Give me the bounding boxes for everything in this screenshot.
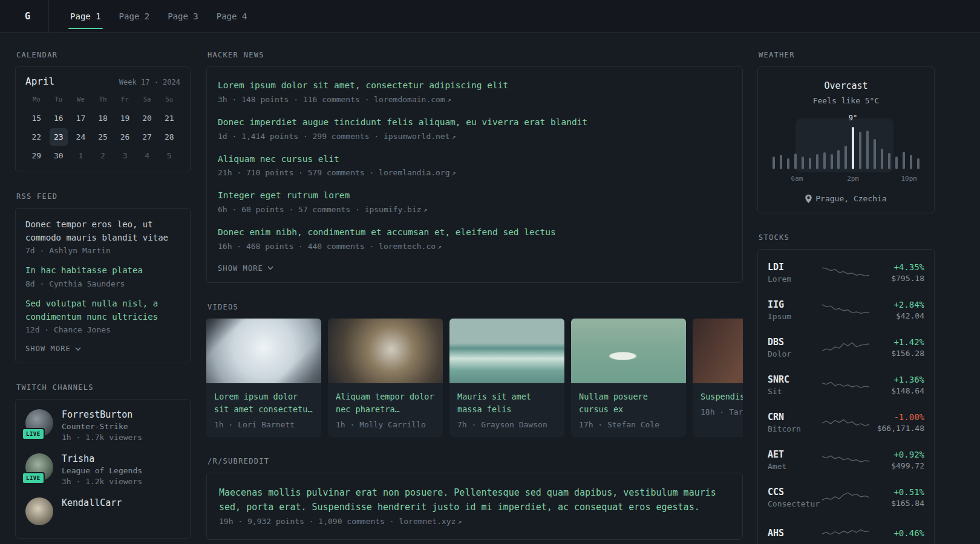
video-card[interactable]: Lorem ipsum dolor sit amet consectetu… 1…: [206, 319, 321, 437]
video-title[interactable]: Aliquam tempor dolor nec pharetra…: [328, 383, 443, 416]
subreddit-list: Maecenas mollis pulvinar erat non posuer…: [206, 473, 743, 540]
news-source-link[interactable]: loremtech.co↗: [379, 242, 442, 251]
reddit-post-meta: 19h · 9,932 points · 1,090 comments · lo…: [219, 517, 730, 526]
news-source-domain: ipsumify.biz: [365, 205, 422, 214]
news-item-title[interactable]: Donec imperdiet augue tincidunt felis al…: [218, 116, 731, 129]
rss-item-title[interactable]: Donec tempor eros leo, ut commodo mauris…: [25, 218, 180, 244]
calendar-day[interactable]: 25: [94, 128, 112, 146]
show-more-label: SHOW MORE: [25, 345, 71, 353]
video-thumbnail[interactable]: [449, 319, 564, 383]
video-title[interactable]: Suspendisse diam: [693, 383, 743, 403]
weather-bar: [831, 154, 833, 169]
rss-item[interactable]: Sed volutpat nulla nisl, a condimentum n…: [25, 297, 180, 334]
news-item-title[interactable]: Integer eget rutrum lorem: [218, 189, 731, 202]
news-source-domain: loremlandia.org: [379, 168, 449, 177]
video-card[interactable]: Mauris sit amet massa felis 7h · Grayson…: [449, 319, 564, 437]
news-source-link[interactable]: loremdomain.com↗: [374, 95, 451, 104]
calendar-day[interactable]: 15: [27, 109, 45, 127]
calendar-weekday: Mo: [25, 96, 48, 108]
video-card[interactable]: Aliquam tempor dolor nec pharetra… 1h · …: [328, 319, 443, 437]
calendar-header: April Week 17 · 2024: [25, 76, 180, 87]
rss-item-title[interactable]: In hac habitasse platea: [25, 264, 180, 277]
stock-symbol: AHS: [768, 528, 821, 539]
video-row: Lorem ipsum dolor sit amet consectetu… 1…: [206, 319, 743, 437]
channel-name[interactable]: ForrestBurton: [62, 409, 142, 420]
subreddit-widget: /R/SUBREDDIT Maecenas mollis pulvinar er…: [206, 457, 743, 540]
calendar-month: April: [25, 76, 54, 87]
stock-price: $165.84: [870, 499, 924, 508]
stock-row[interactable]: AET Amet +0.92% $499.72: [768, 441, 924, 479]
video-thumbnail[interactable]: [571, 319, 686, 383]
calendar-day[interactable]: 28: [160, 128, 178, 146]
stock-change: -1.00%: [870, 412, 924, 422]
stock-row[interactable]: IIG Ipsum +2.84% $42.04: [768, 291, 924, 329]
calendar-day[interactable]: 30: [50, 147, 68, 164]
video-title[interactable]: Mauris sit amet massa felis: [449, 383, 564, 416]
stock-price: $795.18: [870, 274, 924, 283]
news-item-meta: 21h · 710 points · 579 comments · loreml…: [218, 168, 731, 177]
app-logo[interactable]: G: [15, 0, 49, 32]
video-title[interactable]: Lorem ipsum dolor sit amet consectetu…: [206, 383, 321, 416]
news-source-link[interactable]: ipsumify.biz↗: [365, 205, 428, 214]
calendar-day[interactable]: 2: [94, 147, 112, 164]
calendar-day-selected[interactable]: 23: [50, 128, 68, 146]
calendar-day[interactable]: 26: [116, 128, 134, 146]
twitch-channel[interactable]: LIVE ForrestBurton Counter-Strike 1h · 1…: [25, 409, 180, 442]
calendar-day[interactable]: 22: [27, 128, 45, 146]
calendar-day[interactable]: 21: [160, 109, 178, 127]
stock-row[interactable]: SNRC Sit +1.36% $148.64: [768, 366, 924, 404]
stock-sparkline: [822, 524, 869, 542]
hackernews-show-more-button[interactable]: SHOW MORE: [218, 264, 273, 273]
stock-row[interactable]: AHS +0.46%: [768, 516, 924, 544]
news-item-title[interactable]: Lorem ipsum dolor sit amet, consectetur …: [218, 79, 731, 92]
weather-feels-like: Feels like 5°C: [768, 96, 924, 105]
reddit-post-title[interactable]: Maecenas mollis pulvinar erat non posuer…: [219, 485, 730, 514]
calendar-day[interactable]: 27: [138, 128, 156, 146]
channel-name[interactable]: KendallCarr: [62, 497, 122, 508]
rss-item[interactable]: Donec tempor eros leo, ut commodo mauris…: [25, 218, 180, 255]
news-source-link[interactable]: loremlandia.org↗: [379, 168, 456, 177]
video-thumbnail[interactable]: [328, 319, 443, 383]
calendar-day[interactable]: 4: [138, 147, 156, 164]
calendar-day[interactable]: 18: [94, 109, 112, 127]
tab-page-4[interactable]: Page 4: [215, 0, 249, 32]
calendar-weekday: Su: [158, 96, 180, 108]
stock-row[interactable]: CCS Consectetur +0.51% $165.84: [768, 479, 924, 516]
tab-page-3[interactable]: Page 3: [166, 0, 200, 32]
video-thumbnail[interactable]: [693, 319, 743, 383]
calendar-day[interactable]: 1: [71, 147, 90, 164]
calendar-day[interactable]: 17: [71, 109, 90, 127]
weather-location: Prague, Czechia: [815, 194, 886, 203]
news-source-link[interactable]: ipsumworld.net↗: [384, 132, 456, 141]
subreddit-section-title: /R/SUBREDDIT: [207, 457, 743, 465]
rss-item[interactable]: In hac habitasse platea 8d · Cynthia Sau…: [25, 264, 180, 288]
calendar-day[interactable]: 3: [116, 147, 134, 164]
calendar-day[interactable]: 24: [71, 128, 90, 146]
video-card[interactable]: Nullam posuere cursus ex 17h · Stefan Co…: [571, 319, 686, 437]
video-title[interactable]: Nullam posuere cursus ex: [571, 383, 686, 416]
stock-row[interactable]: DBS Dolor +1.42% $156.28: [768, 329, 924, 366]
news-item-meta: 16h · 468 points · 440 comments · loremt…: [218, 242, 731, 251]
calendar-day[interactable]: 5: [160, 147, 178, 164]
video-card[interactable]: Suspendisse diam 18h · Tara: [693, 319, 743, 437]
stock-row[interactable]: LDI Lorem +4.35% $795.18: [768, 254, 924, 291]
weather-widget: WEATHER Overcast Feels like 5°C 9° 6am2p…: [757, 51, 935, 213]
calendar-day[interactable]: 19: [116, 109, 134, 127]
tab-page-1[interactable]: Page 1: [68, 0, 103, 32]
rss-show-more-button[interactable]: SHOW MORE: [25, 345, 81, 353]
video-thumbnail[interactable]: [206, 319, 321, 383]
news-item-title[interactable]: Donec enim nibh, condimentum et accumsan…: [218, 226, 731, 239]
stock-row[interactable]: CRN Bitcorn -1.00% $66,171.48: [768, 404, 924, 441]
news-item-title[interactable]: Aliquam nec cursus elit: [218, 153, 731, 166]
reddit-source-link[interactable]: loremnet.xyz↗: [399, 517, 462, 526]
twitch-channel[interactable]: KendallCarr: [25, 497, 180, 525]
channel-name[interactable]: Trisha: [62, 453, 142, 464]
rss-item-title[interactable]: Sed volutpat nulla nisl, a condimentum n…: [25, 297, 180, 323]
tab-page-2[interactable]: Page 2: [117, 0, 152, 32]
calendar-day[interactable]: 20: [138, 109, 156, 127]
calendar-day[interactable]: 16: [50, 109, 68, 127]
calendar-day[interactable]: 29: [27, 147, 45, 164]
external-link-icon: ↗: [437, 242, 442, 251]
news-item: Aliquam nec cursus elit 21h · 710 points…: [218, 153, 731, 178]
twitch-channel[interactable]: LIVE Trisha League of Legends 3h · 1.2k …: [25, 453, 180, 486]
